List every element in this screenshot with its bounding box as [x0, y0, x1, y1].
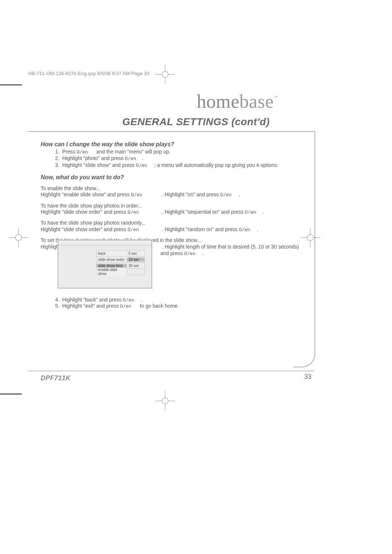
menu-cell-right: 5 sec	[127, 251, 144, 255]
key-oen: O/en	[125, 156, 136, 161]
step-3: 3. Highlight "slide show" and press O/en…	[55, 162, 309, 169]
model-number: DPF711K	[41, 374, 71, 382]
registration-mark-bottom	[155, 391, 175, 411]
print-header: HB-711-OM-128-8270-Eng.qxp 6/5/08 9:37 A…	[28, 71, 150, 76]
key-oen: O/en	[184, 251, 195, 257]
step-number: 4.	[55, 297, 60, 303]
key-oen: O/en	[220, 192, 232, 198]
brand-logo: homebase	[197, 91, 274, 112]
step-text: Highlight "back" and press	[62, 297, 123, 303]
menu-cell-left: enable slide show	[97, 268, 127, 276]
registration-mark-top	[155, 65, 175, 84]
step-text: ; a menu will automatically pop up givin…	[154, 162, 278, 168]
section-title: GENERAL SETTINGS (cont'd)	[0, 116, 392, 128]
para-line: To have the slide show play photos rando…	[41, 220, 309, 226]
para-line: To enable the slide show...	[41, 185, 309, 192]
brand-part2: base	[240, 91, 274, 112]
steps-list-1: 1. Press O/en and the main "menu" will p…	[55, 149, 309, 169]
text: . Highlight length of time that is desir…	[162, 244, 299, 250]
steps-list-2: 4. Highlight "back" and press O/en . 5. …	[41, 297, 309, 309]
step-1: 1. Press O/en and the main "menu" will p…	[55, 149, 309, 155]
step-text: .	[142, 155, 143, 161]
menu-cell-right: 30 sec	[127, 264, 144, 268]
para-line: To have the slide show play photos in or…	[41, 203, 309, 209]
step-number: 5.	[55, 303, 60, 309]
footer-rule	[28, 371, 314, 371]
text: .	[263, 209, 265, 215]
key-oen: O/en	[128, 227, 139, 233]
menu-cell-right: 10 sec	[127, 258, 144, 262]
text: . Highlight "on" and press	[162, 192, 220, 197]
step-text: .	[141, 297, 143, 303]
menu-cell-left: back	[97, 251, 127, 255]
text: Highlight "slide show order" and press	[41, 209, 128, 215]
menu-titlebar	[58, 241, 151, 246]
step-text: and the main "menu" will pop up.	[95, 149, 171, 155]
step-number: 2.	[55, 155, 60, 161]
menu-table: back 5 sec slide show order 10 sec slide…	[96, 250, 145, 275]
text: . Highlight "random on" and press	[162, 226, 239, 232]
frame-mask-left	[28, 131, 29, 367]
para-line: Highlight "slide show order" and press O…	[41, 226, 309, 233]
brand-part1: home	[197, 91, 240, 112]
sub-heading: Now, what do you want to do?	[41, 174, 309, 181]
crop-bar-bottom	[0, 394, 22, 394]
key-oen: O/en	[123, 297, 134, 303]
step-5: 5. Highlight "exit" and press O/en to go…	[55, 303, 309, 309]
text: and press	[160, 250, 184, 256]
text: . Highlight "sequential on" and press	[162, 209, 245, 215]
menu-row: back 5 sec	[97, 250, 144, 256]
step-text: Highlight "photo" and press	[62, 155, 125, 161]
step-number: 1.	[55, 149, 60, 155]
menu-screenshot: back 5 sec slide show order 10 sec slide…	[58, 240, 152, 288]
para-order: To have the slide show play photos in or…	[41, 203, 309, 216]
key-oen: O/en	[239, 227, 250, 233]
key-oen: O/en	[77, 149, 88, 155]
step-number: 3.	[55, 162, 60, 168]
menu-cell-left: slide show order	[97, 258, 127, 262]
step-text: to go back home.	[139, 303, 179, 309]
step-4: 4. Highlight "back" and press O/en .	[55, 297, 309, 303]
key-oen: O/en	[136, 163, 147, 168]
step-2: 2. Highlight "photo" and press O/en .	[55, 155, 309, 162]
text: .	[257, 226, 259, 232]
para-random: To have the slide show play photos rando…	[41, 220, 309, 233]
crop-bar-top	[0, 85, 22, 85]
page: HB-711-OM-128-8270-Eng.qxp 6/5/08 9:37 A…	[0, 0, 392, 554]
question-heading: How can I change the way the slide show …	[41, 141, 309, 148]
frame-mask-bottom	[28, 367, 293, 368]
key-oen: O/en	[245, 210, 256, 215]
text: Highlight "enable slide show" and press	[41, 192, 131, 197]
text: Highlight "slide show order" and press	[41, 226, 128, 232]
para-line: Highlight "enable slide show" and press …	[41, 192, 309, 198]
menu-cell-left-selected: slide show time	[97, 264, 127, 268]
key-oen: O/en	[131, 192, 142, 198]
key-oen: O/en	[120, 304, 131, 309]
key-oen: O/en	[128, 210, 139, 215]
step-text: Highlight "exit" and press	[62, 303, 120, 309]
menu-row: enable slide show	[97, 268, 144, 275]
para-enable: To enable the slide show... Highlight "e…	[41, 185, 309, 198]
trademark-symbol: ™	[274, 95, 278, 99]
text: .	[238, 192, 240, 197]
registration-mark-left	[9, 228, 28, 247]
para-line: Highlight "slide show order" and press O…	[41, 209, 309, 216]
step-text: Press	[62, 149, 77, 155]
step-text: Highlight "slide show" and press	[62, 162, 136, 168]
menu-row-selected: slide show order 10 sec	[97, 256, 144, 262]
page-number: 33	[304, 373, 311, 381]
text: .	[203, 250, 204, 256]
